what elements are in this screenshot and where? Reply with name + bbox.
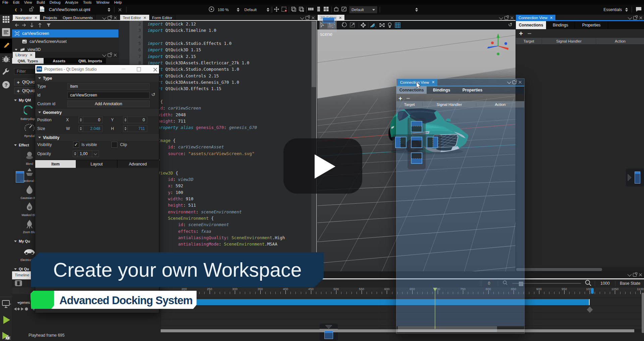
close-document-icon[interactable] [118, 8, 121, 11]
add-annotation-button[interactable]: Add Annotation [67, 100, 150, 107]
mode-selector-icon[interactable] [625, 8, 628, 12]
float-panel-icon[interactable] [108, 16, 111, 20]
center-updown-icon[interactable] [415, 8, 418, 12]
close-library-icon[interactable] [114, 54, 117, 57]
floating-column-action[interactable]: Action [476, 103, 524, 107]
tab-assets[interactable]: Assets [44, 58, 74, 64]
floating-tab-bindings[interactable]: Bindings [427, 86, 457, 94]
cells-h-icon[interactable] [308, 7, 314, 13]
tools-mode-icon[interactable] [2, 68, 10, 77]
id-field[interactable]: carViewScreen [67, 92, 150, 98]
snap-frame-icon[interactable] [281, 6, 287, 13]
close-timeline-icon[interactable] [639, 273, 642, 276]
library-section-3[interactable]: Qt Qu [14, 267, 29, 271]
library-section-1[interactable]: Effect [14, 143, 29, 147]
y-spinbox[interactable]: 0 [123, 117, 147, 123]
section-type[interactable]: Type [35, 75, 159, 82]
section-geometry[interactable]: Geometry [35, 109, 159, 116]
menu-help[interactable]: Help [112, 0, 124, 4]
properties-tab-advanced[interactable]: Advanced [117, 160, 158, 168]
zoom-selector-icon[interactable] [237, 8, 240, 12]
close-window-button[interactable] [153, 67, 157, 71]
dock-indicator-bottom[interactable] [411, 152, 422, 164]
floating-float-icon[interactable] [513, 80, 516, 84]
run-target-icon[interactable] [2, 299, 11, 310]
tab-properties[interactable]: Properties [575, 21, 608, 29]
menu-build[interactable]: Build [34, 0, 47, 4]
debug-mode-icon[interactable] [2, 55, 10, 65]
dock-indicator-center[interactable] [411, 137, 422, 148]
section-visibility[interactable]: Visibility [35, 134, 159, 141]
connection-view-floating-window[interactable]: Connection View✕ Connections Bindings Pr… [396, 78, 525, 334]
tab-library[interactable]: Library✕ [13, 52, 36, 58]
lock-icon[interactable] [29, 6, 34, 13]
nav-back-icon[interactable] [15, 24, 19, 26]
properties-window-titlebar[interactable]: DS Properties - Qt Design Studio [35, 65, 159, 73]
floating-tab-properties[interactable]: Properties [457, 86, 488, 94]
collapse-timeline-icon[interactable] [628, 272, 632, 277]
tab-qml-types[interactable]: QML Types [12, 58, 44, 64]
remove-connection-icon[interactable]: − [527, 31, 531, 36]
menu-window[interactable]: Window [94, 0, 112, 4]
column-action[interactable]: Action [596, 38, 644, 44]
dock-indicator-top[interactable] [411, 121, 422, 132]
floating-collapse-icon[interactable] [507, 80, 512, 84]
dock-indicator-left[interactable] [395, 137, 407, 148]
base-state-selector[interactable]: Base State [620, 281, 640, 286]
float-editor-icon[interactable] [306, 16, 309, 20]
document-selector-icon[interactable] [108, 8, 111, 12]
menu-debug[interactable]: Debug [47, 0, 63, 4]
nav-forward-icon[interactable] [22, 24, 25, 26]
dock-hscrollbar[interactable] [516, 267, 644, 271]
dock-edge-bottom[interactable] [320, 324, 338, 341]
library-section-2[interactable]: My Qu [14, 239, 30, 243]
cells-v-icon[interactable] [316, 6, 321, 13]
export-icon[interactable] [333, 6, 339, 13]
column-target[interactable]: Target [516, 38, 542, 44]
style-selector[interactable]: Default [349, 6, 377, 13]
menu-tools[interactable]: Tools [80, 0, 94, 4]
welcome-mode-icon[interactable] [2, 28, 10, 36]
collapse-panel-icon[interactable] [102, 15, 107, 20]
help-icon[interactable]: ? [2, 81, 10, 90]
orientation-icon[interactable] [361, 22, 366, 28]
menu-analyze[interactable]: Analyze [63, 0, 80, 4]
scale-tool-icon[interactable] [350, 23, 355, 27]
collapse-3d-icon[interactable] [499, 15, 503, 20]
floating-column-target[interactable]: Target [396, 103, 422, 107]
is-visible-checkbox[interactable]: ✓ [73, 142, 79, 148]
tab-bindings[interactable]: Bindings [546, 21, 575, 29]
properties-tab-item[interactable]: Item [35, 160, 76, 168]
zoom-in-icon[interactable] [585, 280, 591, 287]
collapse-editor-icon[interactable] [300, 15, 305, 20]
float-library-icon[interactable] [108, 53, 111, 57]
close-editor-icon[interactable] [312, 16, 315, 19]
kit-selector[interactable]: Default [245, 8, 257, 12]
close-panel-icon[interactable] [114, 16, 117, 19]
zoom-level[interactable]: 100 % [218, 8, 229, 12]
design-mode-active[interactable] [0, 39, 12, 53]
dock-indicator-right[interactable] [427, 137, 438, 148]
floating-tab-connections[interactable]: Connections [396, 86, 427, 94]
add-connection-icon[interactable]: + [519, 30, 523, 37]
floating-column-signal[interactable]: Signal Handler [422, 103, 476, 107]
close-3d-icon[interactable] [511, 16, 514, 19]
cells-grid-icon[interactable] [323, 6, 329, 13]
minimize-button[interactable] [122, 69, 125, 69]
undo-view-icon[interactable]: ↻ [508, 22, 513, 28]
clip-checkbox[interactable] [111, 142, 117, 148]
move-tool-icon[interactable] [274, 6, 279, 13]
global-local-icon[interactable] [380, 23, 384, 27]
menu-edit[interactable]: Edit [11, 0, 22, 4]
opacity-spinbox[interactable]: 1,00 [73, 150, 99, 157]
x-spinbox[interactable]: 0 [78, 117, 103, 123]
float-connection-icon[interactable] [633, 16, 637, 20]
reset-id-icon[interactable]: ↺ [151, 92, 155, 97]
run-play-icon[interactable] [3, 316, 11, 326]
apps-grid-icon[interactable] [2, 16, 10, 24]
feedback-icon[interactable] [635, 6, 642, 13]
debug-play-icon[interactable] [2, 332, 11, 341]
bounds-icon[interactable] [291, 6, 297, 13]
collapse-library-icon[interactable] [102, 53, 107, 57]
kit-selector-icon[interactable] [267, 8, 270, 12]
